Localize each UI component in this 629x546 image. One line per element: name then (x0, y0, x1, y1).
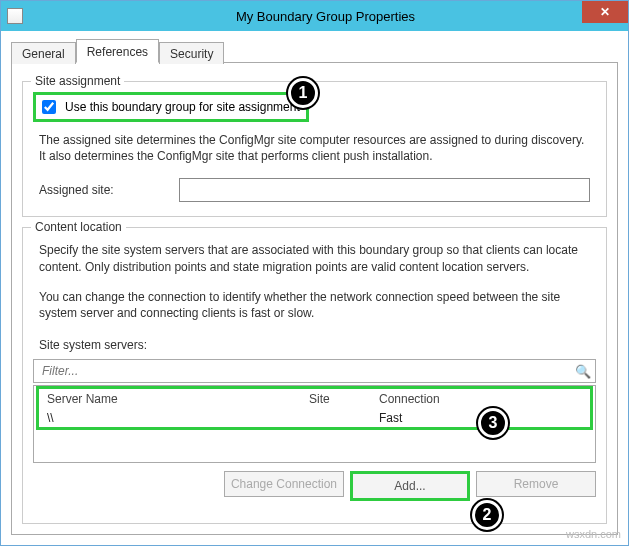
client-area: General References Security Site assignm… (1, 31, 628, 545)
servers-header: Server Name Site Connection (39, 389, 590, 409)
site-assignment-description: The assigned site determines the ConfigM… (39, 132, 590, 164)
content-location-desc1: Specify the site system servers that are… (39, 242, 590, 274)
watermark: wsxdn.com (566, 528, 621, 540)
site-system-servers-label: Site system servers: (39, 337, 590, 353)
system-menu-icon[interactable] (7, 8, 23, 24)
filter-input[interactable] (40, 361, 575, 381)
assigned-site-select[interactable] (179, 178, 590, 202)
servers-table: Server Name Site Connection \\ Fast (33, 385, 596, 463)
add-button[interactable]: Add... (350, 471, 470, 501)
button-row: Change Connection Add... Remove (33, 471, 596, 501)
site-assignment-group: Site assignment Use this boundary group … (22, 81, 607, 217)
assigned-site-label: Assigned site: (39, 183, 149, 197)
content-location-desc2: You can change the connection to identif… (39, 289, 590, 321)
cell-server-name: \\ (39, 411, 309, 425)
content-location-title: Content location (31, 220, 126, 234)
assigned-site-row: Assigned site: (39, 178, 590, 202)
content-location-group: Content location Specify the site system… (22, 227, 607, 524)
tab-body-references: Site assignment Use this boundary group … (11, 62, 618, 535)
search-icon[interactable]: 🔍 (575, 364, 591, 379)
tab-references[interactable]: References (76, 39, 159, 63)
col-site[interactable]: Site (309, 392, 379, 406)
close-button[interactable]: ✕ (582, 1, 628, 23)
tab-general[interactable]: General (11, 42, 76, 64)
window-title: My Boundary Group Properties (23, 9, 628, 24)
use-boundary-group-row: Use this boundary group for site assignm… (33, 92, 309, 122)
col-connection[interactable]: Connection (379, 392, 590, 406)
use-boundary-group-checkbox[interactable] (42, 100, 56, 114)
change-connection-button[interactable]: Change Connection (224, 471, 344, 497)
filter-row: 🔍 (33, 359, 596, 383)
properties-window: My Boundary Group Properties ✕ General R… (0, 0, 629, 546)
site-assignment-title: Site assignment (31, 74, 124, 88)
titlebar[interactable]: My Boundary Group Properties ✕ (1, 1, 628, 31)
use-boundary-group-label: Use this boundary group for site assignm… (65, 100, 300, 114)
tabstrip: General References Security (11, 39, 618, 63)
table-row[interactable]: \\ Fast (39, 409, 590, 427)
servers-highlight: Server Name Site Connection \\ Fast (36, 386, 593, 430)
close-icon: ✕ (600, 5, 610, 19)
remove-button[interactable]: Remove (476, 471, 596, 497)
cell-connection: Fast (379, 411, 590, 425)
col-server-name[interactable]: Server Name (39, 392, 309, 406)
tab-security[interactable]: Security (159, 42, 224, 64)
